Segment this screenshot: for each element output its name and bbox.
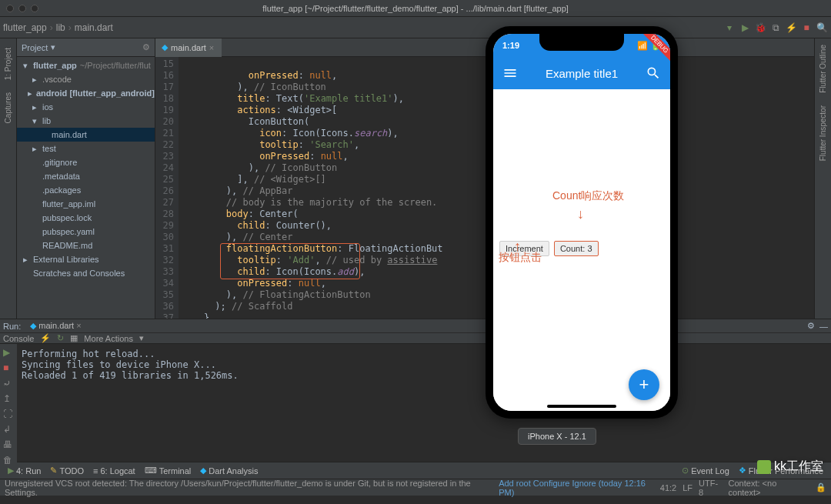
ios-simulator[interactable]: 1:19 📶 🔋 Example title1 Increment Count:… [486, 26, 678, 419]
print-icon[interactable]: 🖶 [3, 439, 14, 450]
close-icon[interactable]: × [76, 321, 81, 330]
encoding[interactable]: UTF-8 [699, 479, 723, 497]
tool-flutter-outline[interactable]: Flutter Outline [819, 45, 827, 93]
gear-icon[interactable]: ⚙ [807, 321, 815, 331]
tree-row[interactable]: .metadata [17, 169, 155, 183]
editor-tab-main[interactable]: ◆ main.dart × [155, 38, 222, 57]
context[interactable]: Context: <no context> [729, 479, 809, 497]
tab-dart-analysis[interactable]: ◆Dart Analysis [195, 466, 262, 476]
device-label: iPhone X - 12.1 [518, 428, 596, 445]
chevron-right-icon: › [50, 22, 53, 33]
run-config-label: main.dart [38, 321, 74, 330]
tree-row[interactable]: ▸.vscode [17, 72, 155, 86]
menu-icon[interactable] [502, 65, 518, 81]
console-tab[interactable]: Console [3, 334, 34, 343]
fab-add[interactable]: + [629, 369, 659, 400]
stop-icon[interactable]: ■ [800, 22, 813, 34]
bc-folder[interactable]: lib [56, 22, 65, 33]
tab-todo[interactable]: ✎TODO [45, 466, 88, 476]
up-icon[interactable]: ↥ [3, 393, 14, 404]
caret-position[interactable]: 41:2 [660, 483, 676, 492]
minimize-icon[interactable] [18, 5, 26, 12]
gear-icon[interactable]: ⚙ [142, 42, 150, 52]
hot-reload-icon[interactable]: ⚡ [40, 333, 51, 343]
tree-row[interactable]: ▾lib [17, 114, 155, 128]
tool-project[interactable]: 1: Project [4, 48, 12, 80]
debug-banner [632, 34, 670, 72]
rerun-icon[interactable]: ▶ [3, 347, 14, 358]
tree-row[interactable]: README.md [17, 239, 155, 252]
more-actions[interactable]: More Actions [84, 334, 133, 343]
hot-reload-icon[interactable]: ⚡ [785, 22, 797, 34]
tree-row[interactable]: ▸ios [17, 100, 155, 114]
tab-run[interactable]: ▶4: Run [3, 466, 45, 476]
tree-row[interactable]: .packages [17, 183, 155, 197]
project-tool-window[interactable]: Project ▾ ⚙ ▾flutter_app~/Project/flutte… [17, 38, 155, 319]
minimize-panel-icon[interactable]: — [819, 322, 828, 331]
chevron-down-icon[interactable]: ▾ [51, 42, 55, 52]
run-tool-window[interactable]: Run: ◆ main.dart × ⚙ — Console ⚡ ↻ ▦ Mor… [0, 319, 831, 462]
home-indicator[interactable] [547, 405, 616, 408]
arrow-up-icon: ↑ [514, 239, 521, 255]
project-tree[interactable]: ▾flutter_app~/Project/flutter/flut▸.vsco… [17, 57, 155, 319]
tab-event-log[interactable]: ⊙Event Log [677, 466, 734, 476]
window-controls[interactable] [6, 5, 38, 12]
tree-row[interactable]: ▸android [flutter_app_android] [17, 86, 155, 100]
lock-icon[interactable]: 🔒 [816, 482, 826, 492]
wrap-icon[interactable]: ↲ [3, 424, 14, 435]
tab-logcat[interactable]: ≡6: Logcat [88, 466, 140, 476]
project-header[interactable]: Project ▾ ⚙ [17, 38, 155, 57]
line-gutter[interactable]: 1516171819202122232425262728293031323334… [155, 57, 179, 319]
left-tool-stripe[interactable]: 1: Project Captures [0, 38, 17, 319]
tree-row[interactable]: pubspec.yaml [17, 225, 155, 239]
tree-row[interactable]: ▾flutter_app~/Project/flutter/flut [17, 58, 155, 72]
exit-icon[interactable]: ⤾ [3, 378, 14, 389]
debug-icon[interactable]: 🐞 [754, 22, 766, 34]
bc-file[interactable]: main.dart [75, 22, 113, 33]
tree-row[interactable]: .gitignore [17, 155, 155, 169]
run-config-tab[interactable]: ◆ main.dart × [25, 319, 85, 332]
layout-icon[interactable]: ▦ [70, 333, 78, 343]
editor-tabbar[interactable]: ◆ main.dart × [155, 38, 814, 57]
trash-icon[interactable]: 🗑 [3, 455, 14, 466]
run-gutter: ▶ ■ ⤾ ↥ ⛶ ↲ 🖶 🗑 [0, 344, 17, 466]
tree-row[interactable]: ▸External Libraries [17, 252, 155, 266]
status-actions[interactable]: Add root Configure Ignore (today 12:16 P… [499, 479, 660, 497]
status-time: 1:19 [502, 41, 519, 50]
project-selector[interactable]: Project [22, 43, 48, 52]
line-sep[interactable]: LF [682, 483, 692, 492]
tree-row[interactable]: main.dart [17, 128, 155, 142]
tool-flutter-inspector[interactable]: Flutter Inspector [819, 105, 827, 161]
zoom-icon[interactable] [31, 5, 38, 12]
attach-icon[interactable]: ⧉ [769, 22, 782, 34]
build-icon[interactable]: ▾ [723, 22, 736, 34]
tool-captures[interactable]: Captures [4, 92, 12, 124]
search-icon[interactable]: 🔍 [816, 22, 828, 34]
annotation-count: Count响应次数 [552, 189, 624, 203]
close-icon[interactable]: × [209, 43, 214, 52]
chevron-down-icon[interactable]: ▾ [139, 333, 144, 343]
filter-icon[interactable]: ⛶ [3, 409, 14, 419]
run-icon[interactable]: ▶ [739, 22, 751, 34]
stop-icon[interactable]: ■ [3, 362, 14, 373]
editor: ◆ main.dart × 15161718192021222324252627… [155, 38, 814, 319]
wechat-icon [757, 460, 771, 474]
editor-tab-label: main.dart [171, 43, 206, 52]
tab-terminal[interactable]: ⌨Terminal [140, 466, 196, 476]
tree-row[interactable]: Scratches and Consoles [17, 266, 155, 280]
breadcrumb-toolbar: flutter_app › lib › main.dart ▾ ▶ 🐞 ⧉ ⚡ … [0, 17, 831, 38]
plus-icon: + [639, 375, 649, 395]
device-notch [539, 34, 624, 51]
tree-row[interactable]: ▸test [17, 142, 155, 155]
tree-row[interactable]: flutter_app.iml [17, 197, 155, 211]
bc-root[interactable]: flutter_app [3, 22, 47, 33]
tree-row[interactable]: pubspec.lock [17, 211, 155, 225]
window-titlebar: flutter_app [~/Project/flutter/flutter_d… [0, 0, 831, 17]
console-output[interactable]: Performing hot reload...Syncing files to… [17, 344, 831, 466]
restart-icon[interactable]: ↻ [57, 333, 64, 343]
run-label: Run: [3, 322, 21, 331]
window-title: flutter_app [~/Project/flutter/flutter_d… [262, 4, 569, 13]
right-tool-stripe[interactable]: Flutter Outline Flutter Inspector [814, 38, 831, 319]
close-icon[interactable] [6, 5, 14, 12]
status-text: Unregistered VCS root detected: The dire… [5, 479, 496, 497]
